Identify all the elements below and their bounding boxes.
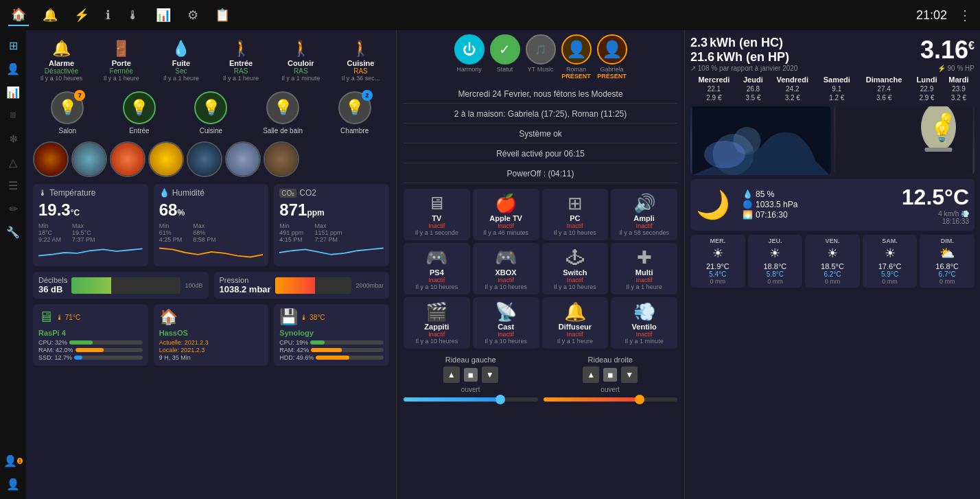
sidebar-chart-icon[interactable]: 📊 bbox=[3, 82, 23, 102]
scene-6[interactable] bbox=[225, 141, 261, 177]
synology-hdd-bar bbox=[316, 356, 349, 360]
device-zappiti[interactable]: 🎬 Zappiti Inactif Il y a 10 heures bbox=[404, 297, 470, 349]
scene-4[interactable] bbox=[148, 141, 184, 177]
curtain-left-slider[interactable] bbox=[404, 397, 538, 402]
user-harmony[interactable]: ⏻ Harmony bbox=[454, 34, 485, 80]
device-xbox[interactable]: 🎮 XBOX Inactif Il y a 10 heures bbox=[473, 243, 539, 294]
hassos-uptime: 9 H, 35 Min bbox=[159, 354, 191, 361]
nav-chart-icon[interactable]: 📊 bbox=[153, 5, 174, 25]
info-block: Mercredi 24 Fevrier, nous fêtons les Mod… bbox=[404, 86, 677, 104]
weather-current: 🌙 💧 85 % 🔵 1033.5 hPa 🌅 07:16:30 bbox=[696, 185, 969, 225]
user-gabriela[interactable]: 👤 Gabriela PRÉSENT bbox=[597, 34, 627, 80]
device-ampli[interactable]: 🔊 Ampli Inactif Il y a 58 secondes bbox=[611, 189, 677, 240]
info-block-3: Système ok bbox=[404, 126, 677, 143]
sidebar-notification-icon[interactable]: 👤1 bbox=[3, 451, 23, 470]
forecast-jeu-label: JEU. bbox=[749, 237, 802, 244]
alarm-item-entree[interactable]: 🚶 Entrée RAS Il y a 1 heure bbox=[213, 37, 270, 84]
user-ytmusic[interactable]: 🎵 YT Music bbox=[526, 34, 556, 80]
nav-gear-icon[interactable]: ⚙ bbox=[185, 5, 201, 25]
alarm-item-cuisine[interactable]: 🚶 Cuisine RAS Il y a 36 sec... bbox=[332, 37, 389, 84]
device-ps4[interactable]: 🎮 PS4 Inactif Il y a 10 heures bbox=[404, 243, 470, 294]
nav-info-icon[interactable]: ℹ bbox=[103, 5, 113, 25]
sidebar-menu-icon[interactable]: ☰ bbox=[3, 176, 23, 195]
user-roman[interactable]: 👤 Roman PRÉSENT bbox=[561, 34, 592, 80]
alarm-row: 🔔 Alarme Désactivée Il y a 10 heures 🚪 P… bbox=[33, 37, 389, 84]
forecast-mer-icon: ☀ bbox=[692, 246, 744, 261]
curtain-right-slider[interactable] bbox=[544, 397, 678, 402]
pc-name: PC bbox=[546, 214, 605, 222]
pressure-icon: 🔵 bbox=[743, 200, 753, 209]
hassos-line3: 9 H, 35 Min bbox=[159, 354, 264, 361]
alarm-item-porte[interactable]: 🚪 Porte Fermée Il y a 1 heure bbox=[93, 37, 150, 84]
bulb-chambre[interactable]: 💡 2 Chambre bbox=[320, 91, 389, 135]
energy-kwh-hp: 21.6 kWh (en HP) bbox=[690, 50, 789, 65]
info-block-5: PowerOff : (04:11) bbox=[404, 166, 677, 183]
bulb-salon[interactable]: 💡 7 Salon bbox=[33, 91, 102, 135]
scene-1[interactable] bbox=[33, 141, 69, 177]
curtain-right-stop-button[interactable]: ■ bbox=[603, 368, 617, 382]
energy-total-num: 3.16 bbox=[920, 36, 968, 64]
kwh-hp-label: kWh (en HP) bbox=[716, 50, 789, 64]
temp-minmax: Min18°C9:22 AM Max19.5°C7:37 PM bbox=[38, 222, 143, 243]
device-pc[interactable]: ⊞ PC Inactif Il y a 10 heures bbox=[542, 189, 609, 240]
sidebar-list-icon[interactable]: ≡ bbox=[3, 106, 23, 125]
eur-ven: 3.2 € bbox=[769, 93, 817, 102]
curtain-right-up-button[interactable]: ▲ bbox=[583, 367, 599, 383]
scene-3[interactable] bbox=[110, 141, 145, 177]
sidebar-triangle-icon[interactable]: △ bbox=[3, 152, 23, 172]
nav-bolt-icon[interactable]: ⚡ bbox=[71, 5, 92, 25]
energy-kwh-hc: 2.3 kWh (en HC) bbox=[690, 36, 789, 50]
day-dim: Dimanche bbox=[857, 75, 911, 84]
user-statut[interactable]: ✓ Statut bbox=[490, 34, 520, 80]
scene-5[interactable] bbox=[187, 141, 222, 177]
curtain-right-down-button[interactable]: ▼ bbox=[621, 367, 638, 383]
energy-pct-label: ↗ 108 % par rapport à janvier 2020 bbox=[690, 65, 797, 72]
bulb-entree[interactable]: 💡 Entrée bbox=[105, 91, 174, 135]
message-5: PowerOff : (04:11) bbox=[404, 169, 677, 178]
sidebar-snow-icon[interactable]: ❄ bbox=[3, 129, 23, 148]
bulb-cuisine[interactable]: 💡 Cuisine bbox=[176, 91, 246, 135]
device-ventilo[interactable]: 💨 Ventilo Inactif Il y a 1 minute bbox=[611, 297, 677, 349]
raspi-cpu-bar bbox=[69, 340, 93, 345]
sidebar-grid-icon[interactable]: ⊞ bbox=[3, 36, 23, 55]
nav-bell-icon[interactable]: 🔔 bbox=[40, 5, 60, 25]
curtain-left-down-button[interactable]: ▼ bbox=[482, 367, 498, 383]
device-switch[interactable]: 🕹 Switch Inactif Il y a 10 heures bbox=[542, 243, 609, 294]
alarm-item-fuite[interactable]: 💧 Fuite Sec Il y a 1 heure bbox=[152, 37, 209, 84]
curtain-left-thumb bbox=[495, 395, 505, 404]
pc-time: Il y a 10 heures bbox=[546, 229, 605, 236]
curtain-left-stop-button[interactable]: ■ bbox=[464, 368, 478, 382]
device-appletv[interactable]: 🍎 Apple TV Inactif Il y a 46 minutes bbox=[473, 189, 539, 240]
day-ven: Vendredi bbox=[769, 75, 817, 84]
device-tv[interactable]: 🖥 TV Inactif Il y a 1 seconde bbox=[404, 189, 470, 240]
message-3: Système ok bbox=[404, 129, 677, 139]
hassos-locale: Locale: 2021.2.3 bbox=[159, 347, 205, 353]
sidebar-wrench-icon[interactable]: 🔧 bbox=[3, 222, 23, 242]
entree-name: Entrée bbox=[214, 59, 268, 67]
nav-list-icon[interactable]: 📋 bbox=[212, 5, 233, 25]
alarm-item-alarme[interactable]: 🔔 Alarme Désactivée Il y a 10 heures bbox=[33, 37, 90, 84]
alarme-status: Désactivée bbox=[34, 67, 89, 75]
scene-7[interactable] bbox=[264, 141, 299, 177]
bulb-sdb[interactable]: 💡 Salle de bain bbox=[248, 91, 318, 135]
menu-dots[interactable]: ⋮ bbox=[958, 7, 972, 23]
camera-left[interactable] bbox=[690, 106, 831, 175]
sidebar-user-icon[interactable]: 👤 bbox=[3, 59, 23, 78]
center-panel: ⏻ Harmony ✓ Statut 🎵 YT Music 👤 Roman PR… bbox=[397, 30, 685, 499]
curtain-left-up-button[interactable]: ▲ bbox=[443, 367, 460, 383]
scene-2[interactable] bbox=[71, 141, 107, 177]
sidebar-profile-icon[interactable]: 👤 bbox=[3, 474, 23, 494]
device-cast[interactable]: 📡 Cast Inactif Il y a 10 heures bbox=[473, 297, 539, 349]
camera-right[interactable]: 💡 bbox=[834, 106, 975, 175]
hum-label: Humidité bbox=[172, 188, 205, 198]
nav-temp-icon[interactable]: 🌡 bbox=[124, 5, 142, 25]
cuisine-icon: 🚶 bbox=[334, 40, 388, 58]
co2-title: CO₂ CO2 bbox=[279, 188, 384, 198]
device-diffuseur[interactable]: 🔔 Diffuseur Inactif Il y a 1 heure bbox=[542, 297, 609, 349]
nav-home-icon[interactable]: 🏠 bbox=[8, 4, 29, 26]
sidebar-edit-icon[interactable]: ✏ bbox=[3, 199, 23, 218]
device-multi[interactable]: ✚ Multi Inactif Il y a 1 heure bbox=[611, 243, 677, 294]
kwh-hc-value: 2.3 bbox=[690, 36, 708, 49]
alarm-item-couloir[interactable]: 🚶 Couloir RAS Il y a 1 minute bbox=[272, 37, 329, 84]
xbox-name: XBOX bbox=[477, 268, 535, 277]
